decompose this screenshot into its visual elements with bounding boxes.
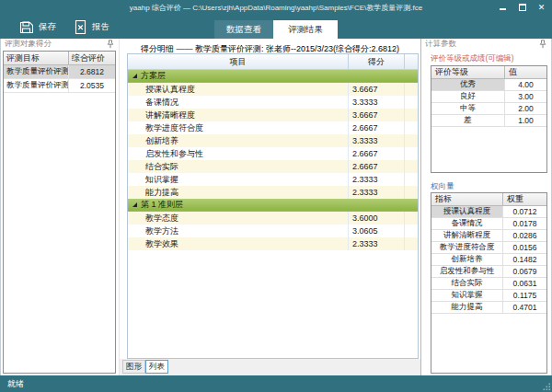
item-score-cell: 2.6667 xyxy=(349,121,405,134)
item-score-cell: 2.3333 xyxy=(349,237,405,250)
score-objects-table: 评测目标综合评价 教学质量评价评测...2.6812教学质量评价评测...2.0… xyxy=(3,51,116,374)
value-cell: 3.00 xyxy=(505,91,546,102)
table-row[interactable]: 讲解清晰程度0.0286 xyxy=(431,230,546,242)
score-detail-table-header: 项目得分 xyxy=(128,54,418,70)
item-name-cell: 教学效果 xyxy=(128,237,349,250)
item-name-cell: 结合实际 xyxy=(128,160,349,173)
left-panel-header: 评测对象得分 xyxy=(1,39,119,50)
main-panel: 得分明细 —— 教学质量评价评测: 张老师--2015/3/23(综合得分:2.… xyxy=(120,39,420,375)
item-name-cell: 授课认真程度 xyxy=(128,83,349,96)
table-row[interactable]: 教学质量评价评测...2.0535 xyxy=(4,79,115,93)
right-panel: 计算参数 评价等级或成绩(可编辑) 评价等级值 优秀4.00良好3.00中等2.… xyxy=(420,39,551,375)
column-header[interactable]: 值 xyxy=(505,66,546,79)
table-row[interactable]: 教学态度3.6000 xyxy=(128,212,418,225)
item-name-cell: 讲解清晰程度 xyxy=(128,109,349,121)
column-header[interactable]: 评价等级 xyxy=(431,66,505,79)
window-title: yaahp 综合评价 — C:\Users\zjh\AppData\Roamin… xyxy=(0,0,552,15)
table-row[interactable]: 结合实际2.6667 xyxy=(128,160,418,173)
table-row[interactable]: 差1.00 xyxy=(431,115,546,127)
grades-editable-label: 评价等级或成绩(可编辑) xyxy=(431,53,514,64)
table-row[interactable]: 中等2.00 xyxy=(431,103,546,115)
column-header[interactable]: 综合评价 xyxy=(69,52,115,65)
app-window: yaahp 综合评价 — C:\Users\zjh\AppData\Roamin… xyxy=(0,0,552,392)
item-name-cell: 创新培养 xyxy=(128,134,349,147)
table-row[interactable]: 教学进度符合度0.0156 xyxy=(431,242,546,254)
pin-icon[interactable] xyxy=(539,40,546,49)
tab-data-view[interactable]: 数据查看 xyxy=(214,20,273,39)
score-detail-title: 得分明细 —— 教学质量评价评测: 张老师--2015/3/23(综合得分:2.… xyxy=(120,39,420,53)
name-cell: 良好 xyxy=(431,91,505,102)
table-row[interactable]: 创新培养3.3333 xyxy=(128,134,418,147)
table-row[interactable]: 结合实际0.0631 xyxy=(431,278,546,290)
filler-cell xyxy=(405,225,418,237)
table-row[interactable]: 知识掌握2.3333 xyxy=(128,173,418,186)
score-objects-table-header: 评测目标综合评价 xyxy=(4,52,115,65)
filler-cell xyxy=(405,109,418,121)
table-row[interactable]: 知识掌握0.1175 xyxy=(431,290,546,302)
table-row[interactable]: 启发性和参与性0.0679 xyxy=(431,266,546,278)
table-row[interactable]: 授课认真程度3.6667 xyxy=(128,83,418,96)
item-score-cell: 3.3333 xyxy=(349,134,405,147)
filler-cell xyxy=(405,212,418,225)
group-label: 方案层 xyxy=(141,70,166,82)
name-cell: 知识掌握 xyxy=(431,290,503,301)
table-row[interactable]: 创新培养0.1482 xyxy=(431,254,546,266)
table-row[interactable]: 优秀4.00 xyxy=(431,79,546,91)
name-cell: 启发性和参与性 xyxy=(431,266,503,277)
minimize-button[interactable] xyxy=(499,3,507,12)
pin-icon[interactable] xyxy=(107,40,114,49)
filler-cell xyxy=(405,96,418,109)
tab-result-view[interactable]: 评测结果 xyxy=(273,20,338,39)
column-header[interactable]: 评测目标 xyxy=(4,52,69,65)
table-row[interactable]: 备课情况3.3333 xyxy=(128,96,418,109)
maximize-button[interactable] xyxy=(518,3,526,12)
value-cell: 0.4701 xyxy=(503,302,546,313)
table-row[interactable]: 良好3.00 xyxy=(431,91,546,103)
item-name-cell: 知识掌握 xyxy=(128,173,349,186)
name-cell: 能力提高 xyxy=(431,302,503,313)
column-header[interactable]: 得分 xyxy=(349,54,405,69)
expander-icon[interactable] xyxy=(132,202,137,207)
item-score-cell: 2.3333 xyxy=(349,173,405,186)
column-header[interactable]: 指标 xyxy=(431,193,503,206)
target-name-cell: 教学质量评价评测... xyxy=(4,79,69,92)
resize-grip[interactable] xyxy=(542,382,551,391)
item-score-cell: 3.3333 xyxy=(349,96,405,109)
item-score-cell: 2.6667 xyxy=(349,147,405,160)
table-row[interactable]: 启发性和参与性2.6667 xyxy=(128,147,418,160)
name-cell: 优秀 xyxy=(431,79,505,90)
name-cell: 授课认真程度 xyxy=(431,206,503,217)
expander-icon[interactable] xyxy=(132,74,137,78)
item-score-cell: 2.6667 xyxy=(349,160,405,173)
group-row[interactable]: 第 1 准则层 xyxy=(128,199,418,212)
item-score-cell: 2.3333 xyxy=(349,186,405,199)
column-header[interactable]: 权重 xyxy=(503,193,546,206)
item-score-cell: 3.6667 xyxy=(349,83,405,96)
table-row[interactable]: 能力提高0.4701 xyxy=(431,302,546,314)
item-name-cell: 教学态度 xyxy=(128,212,349,225)
group-label: 第 1 准则层 xyxy=(141,199,183,211)
item-name-cell: 备课情况 xyxy=(128,96,349,109)
name-cell: 讲解清晰程度 xyxy=(431,230,503,241)
table-row[interactable]: 教学质量评价评测...2.6812 xyxy=(4,65,115,79)
table-row[interactable]: 备课情况0.0178 xyxy=(431,218,546,230)
view-tab-graph[interactable]: 图形 xyxy=(122,360,145,374)
value-cell: 0.0156 xyxy=(503,242,546,253)
group-row[interactable]: 方案层 xyxy=(128,70,418,83)
table-row[interactable]: 教学进度符合度2.6667 xyxy=(128,121,418,134)
value-cell: 0.1482 xyxy=(503,254,546,265)
close-button[interactable]: ✕ xyxy=(537,3,546,12)
table-row[interactable]: 能力提高2.3333 xyxy=(128,186,418,199)
column-header[interactable]: 项目 xyxy=(128,54,349,69)
filler-cell xyxy=(405,121,418,134)
weight-vector-label: 权向量 xyxy=(431,181,454,192)
table-row[interactable]: 教学方法3.0605 xyxy=(128,225,418,237)
item-score-cell: 3.6000 xyxy=(349,212,405,225)
table-row[interactable]: 讲解清晰程度3.6667 xyxy=(128,109,418,121)
score-detail-table-body: 方案层授课认真程度3.6667备课情况3.3333讲解清晰程度3.6667教学进… xyxy=(128,70,418,250)
toolbar: 保存 报告 数据查看评测结果 xyxy=(0,15,552,39)
statusbar: 就绪 xyxy=(0,375,552,392)
table-row[interactable]: 教学效果2.3333 xyxy=(128,237,418,250)
view-tab-list[interactable]: 列表 xyxy=(145,360,168,374)
table-row[interactable]: 授课认真程度0.0712 xyxy=(431,206,546,218)
